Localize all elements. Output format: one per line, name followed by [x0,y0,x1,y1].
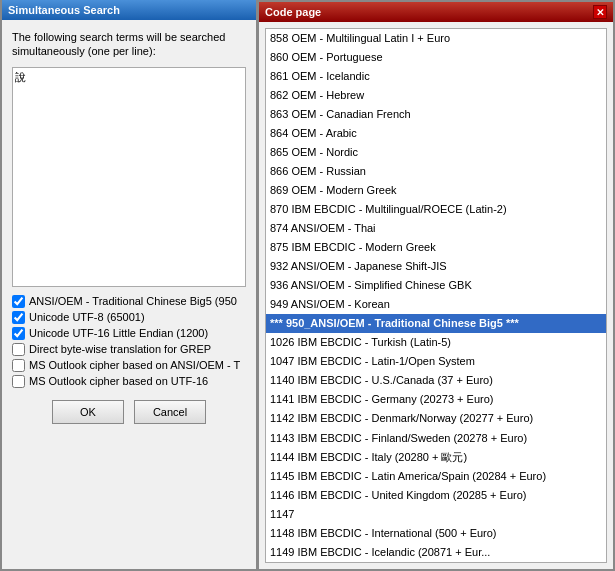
codepage-list-container: 37 IBM EBCDIC - 美國/加拿大437 OEM - United S… [265,28,607,563]
search-textarea[interactable] [12,67,246,287]
checkbox-label-cb4: Direct byte-wise translation for GREP [29,343,211,355]
list-item[interactable]: 1143 IBM EBCDIC - Finland/Sweden (20278 … [266,429,606,448]
cancel-button[interactable]: Cancel [134,400,206,424]
simultaneous-search-window: Simultaneous Search The following search… [0,0,258,571]
checkbox-label-cb5: MS Outlook cipher based on ANSI/OEM - T [29,359,240,371]
list-item[interactable]: 861 OEM - Icelandic [266,67,606,86]
list-item[interactable]: *** 950_ANSI/OEM - Traditional Chinese B… [266,314,606,333]
list-item[interactable]: 865 OEM - Nordic [266,143,606,162]
list-item[interactable]: 932 ANSI/OEM - Japanese Shift-JIS [266,257,606,276]
list-item[interactable]: 936 ANSI/OEM - Simplified Chinese GBK [266,276,606,295]
list-item[interactable]: 1026 IBM EBCDIC - Turkish (Latin-5) [266,333,606,352]
list-item[interactable]: 864 OEM - Arabic [266,124,606,143]
checkbox-row: Unicode UTF-8 (65001) [12,311,246,324]
search-window-title: Simultaneous Search [8,4,120,16]
list-item[interactable]: 1147 [266,505,606,524]
checkbox-row: MS Outlook cipher based on UTF-16 [12,375,246,388]
checkbox-label-cb2: Unicode UTF-8 (65001) [29,311,145,323]
list-item[interactable]: 949 ANSI/OEM - Korean [266,295,606,314]
list-item[interactable]: 1047 IBM EBCDIC - Latin-1/Open System [266,352,606,371]
search-description: The following search terms will be searc… [12,30,246,59]
checkbox-row: MS Outlook cipher based on ANSI/OEM - T [12,359,246,372]
checkbox-cb3[interactable] [12,327,25,340]
close-button[interactable]: ✕ [593,5,607,19]
checkbox-cb4[interactable] [12,343,25,356]
list-item[interactable]: 1149 IBM EBCDIC - Icelandic (20871 + Eur… [266,543,606,562]
checkbox-label-cb6: MS Outlook cipher based on UTF-16 [29,375,208,387]
list-item[interactable]: 1144 IBM EBCDIC - Italy (20280 + 歐元) [266,448,606,467]
search-title-bar: Simultaneous Search [2,0,256,20]
checkbox-cb1[interactable] [12,295,25,308]
list-item[interactable]: 858 OEM - Multilingual Latin I + Euro [266,29,606,48]
checkboxes-section: ANSI/OEM - Traditional Chinese Big5 (950… [12,295,246,388]
list-item[interactable]: 870 IBM EBCDIC - Multilingual/ROECE (Lat… [266,200,606,219]
list-item[interactable]: 1146 IBM EBCDIC - United Kingdom (20285 … [266,486,606,505]
list-item[interactable]: 1141 IBM EBCDIC - Germany (20273 + Euro) [266,390,606,409]
list-item[interactable]: 1148 IBM EBCDIC - International (500 + E… [266,524,606,543]
list-item[interactable]: 869 OEM - Modern Greek [266,181,606,200]
search-content: The following search terms will be searc… [2,20,256,569]
checkbox-cb6[interactable] [12,375,25,388]
list-item[interactable]: 1142 IBM EBCDIC - Denmark/Norway (20277 … [266,409,606,428]
checkbox-row: Direct byte-wise translation for GREP [12,343,246,356]
codepage-list[interactable]: 37 IBM EBCDIC - 美國/加拿大437 OEM - United S… [266,29,606,562]
checkbox-label-cb1: ANSI/OEM - Traditional Chinese Big5 (950 [29,295,237,307]
list-item[interactable]: 862 OEM - Hebrew [266,86,606,105]
codepage-window: Code page ✕ 37 IBM EBCDIC - 美國/加拿大437 OE… [258,0,615,571]
list-item[interactable]: 875 IBM EBCDIC - Modern Greek [266,238,606,257]
ok-button[interactable]: OK [52,400,124,424]
list-item[interactable]: 874 ANSI/OEM - Thai [266,219,606,238]
list-item[interactable]: 863 OEM - Canadian French [266,105,606,124]
checkbox-cb2[interactable] [12,311,25,324]
checkbox-row: Unicode UTF-16 Little Endian (1200) [12,327,246,340]
buttons-row: OK Cancel [12,400,246,424]
checkbox-label-cb3: Unicode UTF-16 Little Endian (1200) [29,327,208,339]
list-item[interactable]: 866 OEM - Russian [266,162,606,181]
list-item[interactable]: 1140 IBM EBCDIC - U.S./Canada (37 + Euro… [266,371,606,390]
checkbox-row: ANSI/OEM - Traditional Chinese Big5 (950 [12,295,246,308]
checkbox-cb5[interactable] [12,359,25,372]
list-item[interactable]: 1145 IBM EBCDIC - Latin America/Spain (2… [266,467,606,486]
list-item[interactable]: 860 OEM - Portuguese [266,48,606,67]
codepage-title-bar: Code page ✕ [259,2,613,22]
codepage-window-title: Code page [265,6,321,18]
